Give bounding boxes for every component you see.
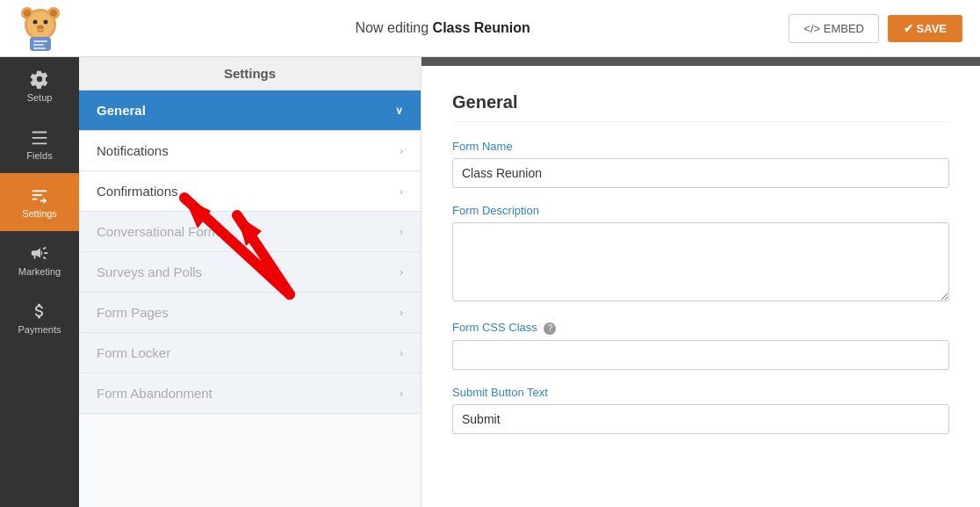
submit-button-label: Submit Button Text bbox=[452, 386, 949, 399]
chevron-right-icon: › bbox=[400, 307, 403, 319]
form-description-textarea[interactable] bbox=[452, 222, 949, 301]
menu-item-general[interactable]: General ∨ bbox=[79, 91, 421, 131]
settings-menu-header: Settings bbox=[79, 57, 421, 91]
chevron-right-icon: › bbox=[400, 347, 403, 359]
svg-point-4 bbox=[50, 10, 57, 17]
menu-item-conversational-forms-label: Conversational Forms bbox=[97, 224, 226, 239]
dark-band bbox=[422, 57, 980, 66]
submit-button-input[interactable] bbox=[452, 404, 949, 434]
svg-point-6 bbox=[33, 20, 38, 25]
form-name-group: Form Name bbox=[452, 140, 949, 188]
save-button[interactable]: ✔ SAVE bbox=[888, 15, 962, 42]
menu-item-form-abandonment[interactable]: Form Abandonment › bbox=[79, 373, 421, 414]
menu-item-form-pages-label: Form Pages bbox=[97, 305, 169, 320]
submit-button-group: Submit Button Text bbox=[452, 386, 949, 434]
main-layout: Setup Fields Settings Marketing Payments… bbox=[0, 57, 980, 507]
settings-menu: Settings General ∨ Notifications › Confi… bbox=[79, 57, 422, 507]
form-name-header: Class Reunion bbox=[433, 20, 530, 35]
form-css-class-input[interactable] bbox=[452, 340, 949, 370]
sidebar-item-payments[interactable]: Payments bbox=[0, 289, 79, 347]
menu-item-form-abandonment-label: Form Abandonment bbox=[97, 386, 213, 401]
menu-item-confirmations[interactable]: Confirmations › bbox=[79, 171, 421, 212]
menu-item-conversational-forms[interactable]: Conversational Forms › bbox=[79, 212, 421, 252]
sidebar-item-fields[interactable]: Fields bbox=[0, 115, 79, 173]
sidebar-label-setup: Setup bbox=[27, 92, 53, 103]
sidebar-label-settings: Settings bbox=[22, 208, 57, 219]
svg-rect-11 bbox=[33, 44, 44, 46]
embed-button[interactable]: </> EMBED bbox=[789, 14, 879, 43]
sidebar-item-settings[interactable]: Settings bbox=[0, 173, 79, 231]
gear-icon bbox=[30, 69, 49, 89]
svg-rect-10 bbox=[33, 40, 47, 42]
header-editing-info: Now editing Class Reunion bbox=[97, 20, 789, 36]
svg-point-7 bbox=[44, 20, 48, 25]
header-actions: </> EMBED ✔ SAVE bbox=[789, 14, 962, 43]
chevron-right-icon: › bbox=[400, 266, 403, 279]
menu-item-form-locker[interactable]: Form Locker › bbox=[79, 333, 421, 373]
form-description-group: Form Description bbox=[452, 204, 949, 305]
sidebar-item-marketing[interactable]: Marketing bbox=[0, 231, 79, 289]
sidebar-label-fields: Fields bbox=[26, 150, 52, 161]
svg-rect-12 bbox=[33, 47, 46, 49]
chevron-right-icon: › bbox=[400, 387, 403, 400]
settings-icon bbox=[30, 185, 49, 205]
menu-item-form-locker-label: Form Locker bbox=[97, 345, 170, 360]
icon-sidebar: Setup Fields Settings Marketing Payments bbox=[0, 57, 79, 507]
form-css-class-group: Form CSS Class ? bbox=[452, 321, 949, 370]
sidebar-label-payments: Payments bbox=[18, 324, 61, 335]
fields-icon bbox=[30, 127, 49, 147]
svg-point-8 bbox=[37, 25, 44, 30]
logo-area bbox=[18, 5, 97, 51]
main-content: General Form Name Form Description Form … bbox=[422, 57, 980, 507]
top-header: Now editing Class Reunion </> EMBED ✔ SA… bbox=[0, 0, 980, 57]
logo-bear-icon bbox=[18, 5, 63, 51]
info-icon: ? bbox=[544, 322, 556, 335]
menu-item-notifications[interactable]: Notifications › bbox=[79, 131, 421, 171]
chevron-down-icon: ∨ bbox=[395, 105, 403, 117]
menu-item-confirmations-label: Confirmations bbox=[97, 184, 178, 199]
menu-item-form-pages[interactable]: Form Pages › bbox=[79, 293, 421, 333]
menu-item-general-label: General bbox=[97, 103, 146, 118]
form-css-class-label: Form CSS Class ? bbox=[452, 321, 949, 335]
chevron-right-icon: › bbox=[400, 226, 403, 238]
payments-icon bbox=[30, 301, 49, 321]
menu-item-notifications-label: Notifications bbox=[97, 143, 169, 158]
menu-item-surveys-polls[interactable]: Surveys and Polls › bbox=[79, 252, 421, 293]
chevron-right-icon: › bbox=[400, 145, 403, 157]
form-name-label: Form Name bbox=[452, 140, 949, 153]
section-title: General bbox=[452, 92, 949, 122]
chevron-right-icon: › bbox=[400, 185, 403, 198]
sidebar-item-setup[interactable]: Setup bbox=[0, 57, 79, 115]
form-description-label: Form Description bbox=[452, 204, 949, 217]
marketing-icon bbox=[30, 243, 49, 263]
menu-item-surveys-polls-label: Surveys and Polls bbox=[97, 264, 202, 279]
general-form-section: General Form Name Form Description Form … bbox=[422, 66, 980, 507]
svg-point-3 bbox=[24, 10, 31, 17]
form-name-input[interactable] bbox=[452, 158, 949, 188]
sidebar-label-marketing: Marketing bbox=[18, 266, 61, 277]
editing-prefix: Now editing bbox=[356, 20, 433, 35]
svg-point-5 bbox=[27, 11, 54, 38]
